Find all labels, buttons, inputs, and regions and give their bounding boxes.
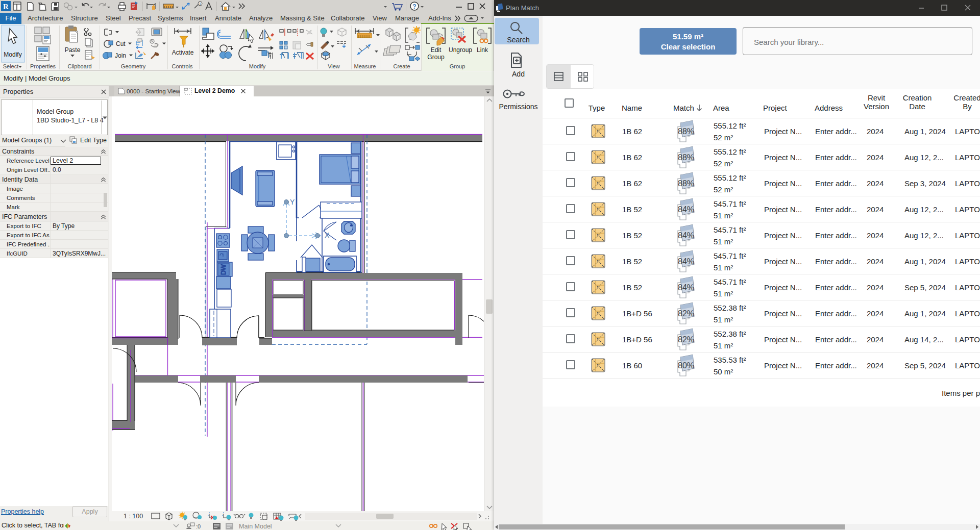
svg-text:Measure: Measure — [354, 63, 376, 69]
svg-text:Group: Group — [427, 54, 445, 61]
svg-text:Properties: Properties — [30, 63, 56, 69]
svg-text:Create: Create — [393, 63, 410, 69]
svg-text:DW: DW — [220, 264, 227, 275]
svg-text:Activate: Activate — [172, 49, 194, 56]
svg-text:Clipboard: Clipboard — [67, 63, 91, 69]
svg-text:Controls: Controls — [172, 63, 193, 69]
svg-text:Select: Select — [3, 63, 19, 69]
svg-text:Modify: Modify — [4, 51, 21, 58]
svg-text:?: ? — [412, 3, 416, 10]
svg-text::0: :0 — [196, 523, 201, 529]
svg-text:Link: Link — [477, 46, 488, 54]
svg-text:Geometry: Geometry — [121, 63, 146, 69]
svg-text:1: 1 — [199, 2, 201, 6]
svg-text:Ungroup: Ungroup — [449, 46, 472, 54]
svg-text:Paste: Paste — [65, 46, 81, 54]
svg-text:Cut: Cut — [116, 40, 126, 47]
svg-text:View: View — [328, 63, 340, 69]
svg-text:Main Model: Main Model — [239, 523, 272, 530]
svg-text:X: X — [325, 231, 330, 239]
svg-text:Y: Y — [290, 198, 295, 206]
svg-text:1 : 100: 1 : 100 — [124, 513, 143, 520]
svg-text:Edit: Edit — [431, 46, 442, 54]
svg-text:Join: Join — [115, 52, 126, 59]
svg-text:Group: Group — [450, 63, 465, 69]
svg-text:R: R — [3, 3, 9, 11]
svg-text:Modify: Modify — [249, 63, 266, 69]
